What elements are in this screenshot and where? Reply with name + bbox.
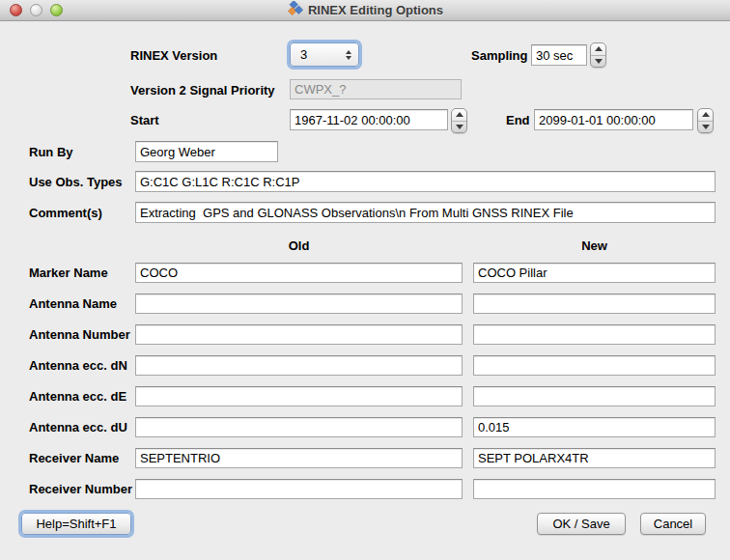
start-stepper[interactable] <box>451 108 467 133</box>
rinex-version-select[interactable]: 3 <box>290 42 359 67</box>
traffic-lights <box>10 4 63 16</box>
stepper-up-icon[interactable] <box>698 109 713 122</box>
sampling-label: Sampling <box>471 48 528 63</box>
sampling-input[interactable] <box>531 44 587 66</box>
bnc-diamonds-icon <box>287 1 303 20</box>
end-datetime-input[interactable] <box>534 109 693 130</box>
comments-input[interactable] <box>135 202 716 223</box>
chevron-up-down-icon <box>346 50 351 60</box>
receiver-number-label: Receiver Number <box>29 482 132 496</box>
run-by-label: Run By <box>29 145 73 159</box>
signal-priority-label: Version 2 Signal Priority <box>130 83 275 98</box>
marker-name-label: Marker Name <box>29 266 108 280</box>
stepper-down-icon[interactable] <box>452 122 466 133</box>
start-label: Start <box>130 113 159 127</box>
stepper-down-icon[interactable] <box>591 56 605 68</box>
use-obs-types-label: Use Obs. Types <box>29 175 123 189</box>
marker-name-old-input[interactable] <box>135 263 463 283</box>
rinex-version-value: 3 <box>300 47 307 62</box>
ok-save-button[interactable]: OK / Save <box>537 513 626 535</box>
antenna-ecc-du-old-input[interactable] <box>135 417 463 437</box>
new-column-header: New <box>473 238 716 253</box>
sampling-stepper[interactable] <box>590 42 606 68</box>
antenna-ecc-dn-label: Antenna ecc. dN <box>29 358 127 373</box>
comments-label: Comment(s) <box>29 206 102 220</box>
antenna-ecc-du-new-input[interactable] <box>473 417 716 437</box>
rinex-version-label: RINEX Version <box>130 48 217 63</box>
run-by-input[interactable] <box>135 141 278 162</box>
minimize-button[interactable] <box>30 4 42 16</box>
receiver-number-new-input[interactable] <box>473 479 716 499</box>
antenna-number-new-input[interactable] <box>473 324 716 345</box>
antenna-ecc-de-new-input[interactable] <box>473 386 716 406</box>
window-title: RINEX Editing Options <box>308 3 443 17</box>
old-column-header: Old <box>135 238 463 253</box>
stepper-down-icon[interactable] <box>698 122 713 133</box>
start-datetime-input[interactable] <box>290 109 448 130</box>
antenna-ecc-du-label: Antenna ecc. dU <box>29 420 127 434</box>
receiver-name-old-input[interactable] <box>135 448 463 468</box>
antenna-number-label: Antenna Number <box>29 327 130 342</box>
stepper-up-icon[interactable] <box>591 43 605 56</box>
antenna-name-old-input[interactable] <box>135 294 463 314</box>
antenna-name-new-input[interactable] <box>473 294 716 314</box>
rinex-editing-options-dialog: RINEX Editing Options RINEX Version 3 Sa… <box>0 0 730 560</box>
antenna-ecc-dn-old-input[interactable] <box>135 355 463 376</box>
title-bar[interactable]: RINEX Editing Options <box>0 0 730 21</box>
help-button[interactable]: Help=Shift+F1 <box>21 513 131 535</box>
close-button[interactable] <box>10 4 22 16</box>
zoom-button[interactable] <box>50 4 63 16</box>
antenna-name-label: Antenna Name <box>29 296 117 311</box>
receiver-name-new-input[interactable] <box>473 448 716 468</box>
stepper-up-icon[interactable] <box>452 109 466 122</box>
use-obs-types-input[interactable] <box>135 171 716 192</box>
cancel-button[interactable]: Cancel <box>640 513 706 535</box>
antenna-ecc-de-label: Antenna ecc. dE <box>29 389 126 404</box>
marker-name-new-input[interactable] <box>473 263 716 283</box>
end-stepper[interactable] <box>697 108 714 133</box>
signal-priority-input <box>290 79 462 99</box>
antenna-ecc-de-old-input[interactable] <box>135 386 463 406</box>
end-label: End <box>506 113 530 127</box>
receiver-name-label: Receiver Name <box>29 451 119 465</box>
antenna-number-old-input[interactable] <box>135 324 463 345</box>
antenna-ecc-dn-new-input[interactable] <box>473 355 716 376</box>
receiver-number-old-input[interactable] <box>135 479 463 499</box>
